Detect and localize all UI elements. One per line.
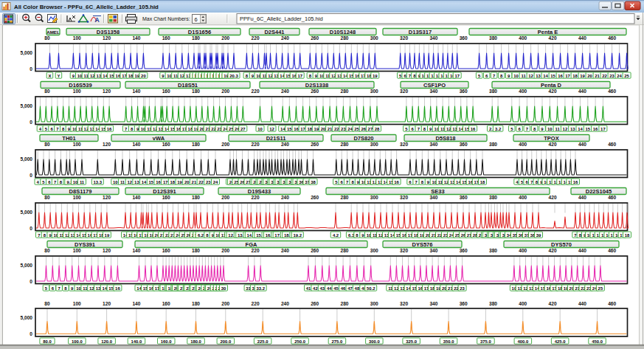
svg-text:280: 280 [340, 35, 348, 41]
svg-text:160: 160 [162, 142, 170, 147]
svg-text:460: 460 [608, 89, 616, 94]
svg-text:20: 20 [587, 74, 592, 78]
svg-text:380: 380 [489, 35, 497, 41]
svg-text:160: 160 [162, 195, 170, 200]
svg-text:30: 30 [221, 286, 226, 291]
svg-text:420: 420 [549, 89, 557, 94]
svg-text:200: 200 [221, 35, 229, 41]
svg-text:200: 200 [221, 142, 229, 147]
svg-text:D7S820: D7S820 [353, 135, 373, 142]
svg-text:14: 14 [280, 127, 285, 131]
svg-text:400: 400 [519, 142, 527, 147]
svg-text:D2S441: D2S441 [264, 29, 284, 35]
svg-text:18: 18 [170, 180, 176, 184]
svg-text:80: 80 [44, 89, 50, 94]
svg-text:140.0: 140.0 [131, 339, 142, 344]
svg-text:19: 19 [373, 74, 378, 78]
svg-text:360: 360 [460, 301, 468, 306]
svg-text:11: 11 [80, 180, 85, 184]
svg-text:320: 320 [400, 89, 408, 94]
svg-text:180.0: 180.0 [190, 339, 201, 344]
svg-text:6: 6 [195, 16, 198, 23]
svg-text:25: 25 [624, 74, 629, 78]
svg-text:440: 440 [578, 301, 586, 306]
svg-text:11: 11 [521, 74, 526, 78]
svg-text:400: 400 [519, 195, 527, 200]
svg-text:Penta E: Penta E [538, 29, 558, 35]
svg-text:Max Chart Numbers:: Max Chart Numbers: [142, 16, 190, 21]
svg-text:D13S317: D13S317 [409, 29, 432, 35]
svg-text:16: 16 [294, 127, 299, 131]
svg-text:14: 14 [578, 127, 583, 131]
svg-text:80: 80 [44, 142, 50, 147]
svg-text:460: 460 [608, 142, 616, 147]
svg-text:140: 140 [132, 89, 140, 94]
svg-text:42: 42 [313, 286, 318, 291]
svg-text:4.2: 4.2 [333, 233, 339, 238]
svg-text:13: 13 [536, 74, 541, 78]
svg-text:340: 340 [429, 142, 437, 147]
svg-text:440: 440 [578, 35, 586, 41]
svg-text:260: 260 [311, 89, 319, 94]
svg-text:300: 300 [370, 248, 378, 253]
svg-text:17: 17 [600, 127, 606, 131]
svg-text:16: 16 [593, 127, 598, 131]
svg-text:16: 16 [573, 180, 578, 184]
svg-text:340: 340 [429, 35, 437, 41]
svg-text:340: 340 [429, 195, 437, 200]
svg-text:20: 20 [321, 127, 326, 131]
svg-text:180: 180 [192, 301, 200, 306]
svg-text:18: 18 [572, 74, 578, 78]
svg-text:120: 120 [103, 35, 111, 41]
svg-text:220: 220 [252, 248, 260, 253]
svg-text:280: 280 [340, 248, 348, 253]
svg-text:23: 23 [341, 127, 346, 131]
svg-text:120: 120 [103, 142, 111, 147]
svg-text:180: 180 [192, 89, 200, 94]
svg-text:140: 140 [132, 35, 140, 41]
svg-text:DYS570: DYS570 [551, 241, 572, 248]
svg-text:10: 10 [547, 127, 553, 131]
svg-text:5,000: 5,000 [20, 103, 32, 109]
svg-text:240: 240 [281, 142, 289, 147]
svg-text:12: 12 [269, 127, 274, 131]
svg-text:13.3: 13.3 [94, 180, 103, 184]
svg-text:D5S818: D5S818 [435, 135, 455, 142]
svg-text:15: 15 [287, 127, 292, 131]
svg-text:380: 380 [489, 142, 497, 147]
svg-text:15: 15 [149, 180, 154, 184]
svg-text:48: 48 [355, 286, 360, 291]
svg-text:17: 17 [565, 74, 570, 78]
svg-text:16: 16 [558, 74, 563, 78]
svg-text:420: 420 [549, 142, 557, 147]
svg-text:340: 340 [429, 301, 437, 306]
svg-text:380: 380 [489, 301, 497, 306]
svg-text:80: 80 [44, 248, 50, 253]
svg-text:18: 18 [480, 180, 485, 184]
svg-text:80: 80 [44, 195, 50, 200]
svg-text:5,000: 5,000 [20, 156, 32, 162]
svg-text:D10S1248: D10S1248 [330, 29, 356, 35]
svg-text:28: 28 [375, 127, 380, 131]
svg-text:400.0: 400.0 [517, 339, 528, 344]
svg-text:300.0: 300.0 [369, 339, 380, 344]
svg-text:120.0: 120.0 [101, 339, 112, 344]
svg-text:420: 420 [549, 195, 557, 200]
svg-text:340: 340 [429, 248, 437, 253]
svg-text:460: 460 [608, 248, 616, 253]
svg-text:TPOX: TPOX [544, 135, 558, 142]
svg-text:24: 24 [347, 127, 353, 131]
svg-text:11: 11 [83, 286, 88, 291]
svg-text:460: 460 [608, 301, 616, 306]
svg-text:14: 14 [142, 180, 147, 184]
svg-text:400: 400 [519, 89, 527, 94]
svg-text:27: 27 [240, 127, 246, 131]
svg-text:45: 45 [333, 286, 339, 291]
svg-text:D16S539: D16S539 [69, 82, 91, 89]
svg-text:27: 27 [368, 127, 373, 131]
svg-text:320: 320 [400, 301, 408, 306]
svg-text:300: 300 [370, 35, 378, 41]
svg-text:400: 400 [519, 301, 527, 306]
svg-text:19: 19 [105, 233, 110, 238]
svg-text:PPFu_6C_Allelic_Ladder_105.hid: PPFu_6C_Allelic_Ladder_105.hid [240, 15, 323, 22]
